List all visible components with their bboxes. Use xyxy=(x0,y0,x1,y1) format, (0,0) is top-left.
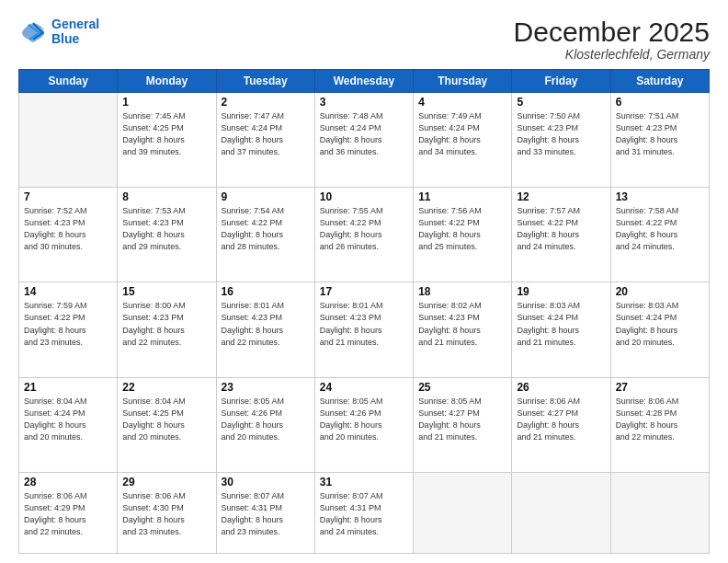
day-cell xyxy=(19,93,118,188)
header-row: Sunday Monday Tuesday Wednesday Thursday… xyxy=(19,70,710,93)
day-cell: 17Sunrise: 8:01 AM Sunset: 4:23 PM Dayli… xyxy=(314,282,413,377)
col-wednesday: Wednesday xyxy=(314,70,413,93)
day-info: Sunrise: 7:47 AM Sunset: 4:24 PM Dayligh… xyxy=(222,110,310,158)
day-cell: 22Sunrise: 8:04 AM Sunset: 4:25 PM Dayli… xyxy=(118,377,216,472)
calendar-table: Sunday Monday Tuesday Wednesday Thursday… xyxy=(18,69,710,554)
day-info: Sunrise: 7:54 AM Sunset: 4:22 PM Dayligh… xyxy=(222,205,310,253)
col-tuesday: Tuesday xyxy=(216,70,314,93)
day-cell xyxy=(512,472,610,553)
day-cell: 8Sunrise: 7:53 AM Sunset: 4:23 PM Daylig… xyxy=(118,188,216,282)
header: General Blue December 2025 Klosterlechfe… xyxy=(18,17,710,62)
day-cell: 18Sunrise: 8:02 AM Sunset: 4:23 PM Dayli… xyxy=(414,282,512,377)
day-cell: 10Sunrise: 7:55 AM Sunset: 4:22 PM Dayli… xyxy=(314,188,413,282)
day-number: 14 xyxy=(24,285,112,298)
day-info: Sunrise: 8:06 AM Sunset: 4:28 PM Dayligh… xyxy=(616,396,704,443)
day-info: Sunrise: 7:45 AM Sunset: 4:25 PM Dayligh… xyxy=(122,110,210,158)
day-info: Sunrise: 8:07 AM Sunset: 4:31 PM Dayligh… xyxy=(320,490,408,538)
day-number: 8 xyxy=(122,190,210,203)
day-cell: 13Sunrise: 7:58 AM Sunset: 4:22 PM Dayli… xyxy=(610,188,709,282)
day-info: Sunrise: 8:01 AM Sunset: 4:23 PM Dayligh… xyxy=(222,300,310,348)
day-cell: 30Sunrise: 8:07 AM Sunset: 4:31 PM Dayli… xyxy=(216,472,314,553)
day-info: Sunrise: 8:05 AM Sunset: 4:27 PM Dayligh… xyxy=(418,396,506,443)
day-cell: 23Sunrise: 8:05 AM Sunset: 4:26 PM Dayli… xyxy=(216,377,314,472)
logo-text: General Blue xyxy=(51,17,99,46)
day-number: 15 xyxy=(122,285,210,298)
day-info: Sunrise: 8:04 AM Sunset: 4:24 PM Dayligh… xyxy=(24,396,112,443)
day-number: 30 xyxy=(222,476,310,488)
day-cell: 5Sunrise: 7:50 AM Sunset: 4:23 PM Daylig… xyxy=(512,93,610,188)
day-number: 20 xyxy=(616,285,704,298)
week-row-5: 28Sunrise: 8:06 AM Sunset: 4:29 PM Dayli… xyxy=(19,472,710,553)
day-cell: 1Sunrise: 7:45 AM Sunset: 4:25 PM Daylig… xyxy=(118,93,216,188)
page: General Blue December 2025 Klosterlechfe… xyxy=(0,0,728,563)
day-info: Sunrise: 7:51 AM Sunset: 4:23 PM Dayligh… xyxy=(616,110,704,158)
day-info: Sunrise: 8:06 AM Sunset: 4:27 PM Dayligh… xyxy=(517,396,605,443)
day-info: Sunrise: 8:07 AM Sunset: 4:31 PM Dayligh… xyxy=(222,490,310,538)
day-info: Sunrise: 8:06 AM Sunset: 4:29 PM Dayligh… xyxy=(24,490,112,538)
day-number: 31 xyxy=(320,476,408,488)
day-info: Sunrise: 7:57 AM Sunset: 4:22 PM Dayligh… xyxy=(517,205,605,253)
day-cell: 24Sunrise: 8:05 AM Sunset: 4:26 PM Dayli… xyxy=(314,377,413,472)
col-monday: Monday xyxy=(118,70,216,93)
day-cell: 21Sunrise: 8:04 AM Sunset: 4:24 PM Dayli… xyxy=(19,377,118,472)
day-info: Sunrise: 7:49 AM Sunset: 4:24 PM Dayligh… xyxy=(418,110,506,158)
day-info: Sunrise: 7:50 AM Sunset: 4:23 PM Dayligh… xyxy=(517,110,605,158)
day-cell xyxy=(414,472,512,553)
day-number: 10 xyxy=(320,190,408,203)
day-info: Sunrise: 7:59 AM Sunset: 4:22 PM Dayligh… xyxy=(24,300,112,348)
day-number: 19 xyxy=(517,285,605,298)
logo: General Blue xyxy=(18,17,99,46)
week-row-3: 14Sunrise: 7:59 AM Sunset: 4:22 PM Dayli… xyxy=(19,282,710,377)
day-number: 24 xyxy=(320,381,408,394)
week-row-4: 21Sunrise: 8:04 AM Sunset: 4:24 PM Dayli… xyxy=(19,377,710,472)
day-info: Sunrise: 7:53 AM Sunset: 4:23 PM Dayligh… xyxy=(122,205,210,253)
day-number: 11 xyxy=(418,190,506,203)
day-number: 9 xyxy=(222,190,310,203)
day-number: 1 xyxy=(122,96,210,109)
day-cell: 19Sunrise: 8:03 AM Sunset: 4:24 PM Dayli… xyxy=(512,282,610,377)
day-number: 3 xyxy=(320,96,408,109)
day-cell: 6Sunrise: 7:51 AM Sunset: 4:23 PM Daylig… xyxy=(610,93,709,188)
day-info: Sunrise: 7:48 AM Sunset: 4:24 PM Dayligh… xyxy=(320,110,408,158)
day-cell: 16Sunrise: 8:01 AM Sunset: 4:23 PM Dayli… xyxy=(216,282,314,377)
day-number: 22 xyxy=(122,381,210,394)
day-number: 2 xyxy=(222,96,310,109)
day-number: 12 xyxy=(517,190,605,203)
day-info: Sunrise: 8:05 AM Sunset: 4:26 PM Dayligh… xyxy=(222,396,310,443)
day-cell: 9Sunrise: 7:54 AM Sunset: 4:22 PM Daylig… xyxy=(216,188,314,282)
day-number: 29 xyxy=(122,476,210,488)
day-info: Sunrise: 8:02 AM Sunset: 4:23 PM Dayligh… xyxy=(418,300,506,348)
day-cell: 14Sunrise: 7:59 AM Sunset: 4:22 PM Dayli… xyxy=(19,282,118,377)
day-cell: 20Sunrise: 8:03 AM Sunset: 4:24 PM Dayli… xyxy=(610,282,709,377)
day-cell: 12Sunrise: 7:57 AM Sunset: 4:22 PM Dayli… xyxy=(512,188,610,282)
title-block: December 2025 Klosterlechfeld, Germany xyxy=(514,17,710,62)
day-info: Sunrise: 8:03 AM Sunset: 4:24 PM Dayligh… xyxy=(517,300,605,348)
day-number: 13 xyxy=(616,190,704,203)
day-info: Sunrise: 8:04 AM Sunset: 4:25 PM Dayligh… xyxy=(122,396,210,443)
day-cell: 4Sunrise: 7:49 AM Sunset: 4:24 PM Daylig… xyxy=(414,93,512,188)
col-thursday: Thursday xyxy=(414,70,512,93)
day-cell: 26Sunrise: 8:06 AM Sunset: 4:27 PM Dayli… xyxy=(512,377,610,472)
day-cell: 29Sunrise: 8:06 AM Sunset: 4:30 PM Dayli… xyxy=(118,472,216,553)
day-number: 6 xyxy=(616,96,704,109)
day-number: 18 xyxy=(418,285,506,298)
day-info: Sunrise: 7:56 AM Sunset: 4:22 PM Dayligh… xyxy=(418,205,506,253)
day-number: 25 xyxy=(418,381,506,394)
day-cell: 28Sunrise: 8:06 AM Sunset: 4:29 PM Dayli… xyxy=(19,472,118,553)
day-number: 16 xyxy=(222,285,310,298)
day-info: Sunrise: 8:01 AM Sunset: 4:23 PM Dayligh… xyxy=(320,300,408,348)
day-number: 21 xyxy=(24,381,112,394)
col-saturday: Saturday xyxy=(610,70,709,93)
day-cell: 31Sunrise: 8:07 AM Sunset: 4:31 PM Dayli… xyxy=(314,472,413,553)
day-cell: 3Sunrise: 7:48 AM Sunset: 4:24 PM Daylig… xyxy=(314,93,413,188)
logo-icon xyxy=(18,18,48,44)
day-number: 4 xyxy=(418,96,506,109)
day-cell: 27Sunrise: 8:06 AM Sunset: 4:28 PM Dayli… xyxy=(610,377,709,472)
col-friday: Friday xyxy=(512,70,610,93)
day-info: Sunrise: 7:52 AM Sunset: 4:23 PM Dayligh… xyxy=(24,205,112,253)
day-info: Sunrise: 8:05 AM Sunset: 4:26 PM Dayligh… xyxy=(320,396,408,443)
month-title: December 2025 xyxy=(514,17,710,47)
day-info: Sunrise: 8:06 AM Sunset: 4:30 PM Dayligh… xyxy=(122,490,210,538)
location: Klosterlechfeld, Germany xyxy=(514,47,710,62)
day-cell xyxy=(610,472,709,553)
